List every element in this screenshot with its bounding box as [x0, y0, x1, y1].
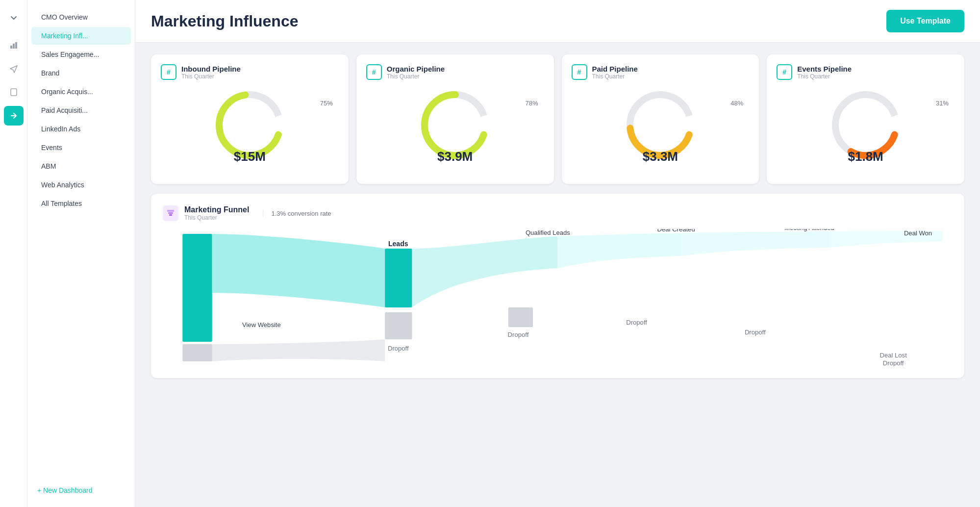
gauge-pct-organic: 78%: [525, 100, 538, 107]
sidebar-item-events[interactable]: Events: [31, 139, 131, 156]
bar-chart-icon[interactable]: [4, 35, 24, 55]
sidebar-item-linkedin-ads[interactable]: LinkedIn Ads: [31, 120, 131, 138]
kpi-icon-events: #: [777, 64, 792, 80]
gauge-value-organic: $3.9M: [437, 149, 473, 164]
svg-rect-24: [508, 307, 533, 327]
header: Marketing Influence Use Template: [135, 0, 980, 43]
svg-rect-13: [168, 212, 173, 214]
kpi-subtitle-inbound: This Quarter: [181, 73, 241, 80]
svg-text:Dropoff: Dropoff: [626, 319, 647, 326]
svg-text:Meeting Attended: Meeting Attended: [784, 229, 834, 231]
kpi-icon-paid: #: [572, 64, 587, 80]
svg-rect-16: [182, 344, 212, 361]
funnel-title: Marketing Funnel: [184, 205, 249, 214]
svg-text:Qualified Leads: Qualified Leads: [526, 229, 570, 236]
svg-rect-14: [169, 214, 172, 216]
svg-text:Dropoff: Dropoff: [388, 345, 409, 352]
svg-text:Deal Lost: Deal Lost: [880, 352, 907, 359]
gauge-events: 31% $1.8M: [777, 86, 955, 174]
content-area: # Inbound Pipeline This Quarter 75% $15M: [135, 43, 980, 507]
use-template-button[interactable]: Use Template: [886, 10, 964, 32]
new-dashboard-link[interactable]: + New Dashboard: [27, 482, 135, 499]
svg-text:Deal Created: Deal Created: [657, 229, 695, 233]
kpi-title-inbound: Inbound Pipeline: [181, 65, 241, 73]
svg-rect-0: [10, 46, 12, 49]
kpi-card-organic: # Organic Pipeline This Quarter 78% $3.9…: [356, 54, 554, 184]
svg-text:View Website: View Website: [242, 321, 281, 329]
sidebar-item-marketing-infl[interactable]: Marketing Infl...: [31, 27, 131, 45]
gauge-pct-events: 31%: [936, 100, 949, 107]
arrow-right-icon[interactable]: [4, 106, 24, 126]
sidebar-item-web-analytics[interactable]: Web Analytics: [31, 176, 131, 194]
kpi-title-events: Events Pipeline: [797, 65, 852, 73]
kpi-title-organic: Organic Pipeline: [387, 65, 445, 73]
kpi-icon-organic: #: [366, 64, 382, 80]
funnel-card: Marketing Funnel This Quarter 1.3% conve…: [151, 194, 964, 378]
svg-text:Deal Won: Deal Won: [904, 229, 932, 237]
kpi-icon-inbound: #: [161, 64, 176, 80]
svg-rect-17: [385, 249, 412, 307]
funnel-subtitle: This Quarter: [184, 214, 249, 221]
svg-rect-3: [11, 89, 17, 96]
funnel-header: Marketing Funnel This Quarter 1.3% conve…: [163, 205, 953, 221]
svg-rect-15: [182, 234, 212, 342]
sidebar-item-paid-acquis[interactable]: Paid Acquisiti...: [31, 101, 131, 119]
gauge-value-events: $1.8M: [848, 149, 883, 164]
svg-text:Leads: Leads: [388, 240, 408, 248]
kpi-card-paid: # Paid Pipeline This Quarter 48% $3.3M: [562, 54, 759, 184]
sidebar-item-abm[interactable]: ABM: [31, 157, 131, 175]
kpi-subtitle-paid: This Quarter: [592, 73, 638, 80]
sidebar-item-brand[interactable]: Brand: [31, 64, 131, 82]
sidebar-item-sales-engage[interactable]: Sales Engageme...: [31, 46, 131, 63]
funnel-conversion-rate: 1.3% conversion rate: [263, 210, 331, 217]
funnel-chart-area: Leads Dropoff View Website Qualified Lea…: [163, 229, 953, 366]
kpi-subtitle-events: This Quarter: [797, 73, 852, 80]
svg-text:Dropoff: Dropoff: [745, 329, 766, 336]
svg-rect-2: [15, 42, 17, 49]
kpi-title-paid: Paid Pipeline: [592, 65, 638, 73]
icon-sidebar: [0, 0, 27, 507]
sidebar-item-cmo-overview[interactable]: CMO Overview: [31, 8, 131, 26]
svg-rect-12: [167, 210, 174, 212]
svg-rect-1: [13, 44, 15, 49]
gauge-pct-paid: 48%: [730, 100, 743, 107]
gauge-paid: 48% $3.3M: [572, 86, 750, 174]
funnel-icon: [163, 205, 178, 221]
kpi-card-inbound: # Inbound Pipeline This Quarter 75% $15M: [151, 54, 349, 184]
kpi-cards-row: # Inbound Pipeline This Quarter 75% $15M: [151, 54, 964, 184]
gauge-value-paid: $3.3M: [643, 149, 678, 164]
sidebar-item-organic-acquis[interactable]: Organic Acquis...: [31, 83, 131, 101]
main-content: Marketing Influence Use Template # Inbou…: [135, 0, 980, 507]
gauge-organic: 78% $3.9M: [366, 86, 544, 174]
gauge-pct-inbound: 75%: [320, 100, 333, 107]
send-icon[interactable]: [4, 59, 24, 78]
tablet-icon[interactable]: [4, 82, 24, 102]
svg-rect-19: [385, 312, 412, 339]
svg-text:Dropoff: Dropoff: [508, 331, 529, 338]
nav-sidebar: CMO Overview Marketing Infl... Sales Eng…: [27, 0, 135, 507]
collapse-btn[interactable]: [4, 8, 24, 27]
gauge-inbound: 75% $15M: [161, 86, 339, 174]
svg-text:Dropoff: Dropoff: [883, 359, 904, 366]
sidebar-item-all-templates[interactable]: All Templates: [31, 195, 131, 212]
kpi-subtitle-organic: This Quarter: [387, 73, 445, 80]
gauge-value-inbound: $15M: [234, 149, 266, 164]
kpi-card-events: # Events Pipeline This Quarter 31% $1.8M: [767, 54, 964, 184]
page-title: Marketing Influence: [151, 12, 299, 30]
